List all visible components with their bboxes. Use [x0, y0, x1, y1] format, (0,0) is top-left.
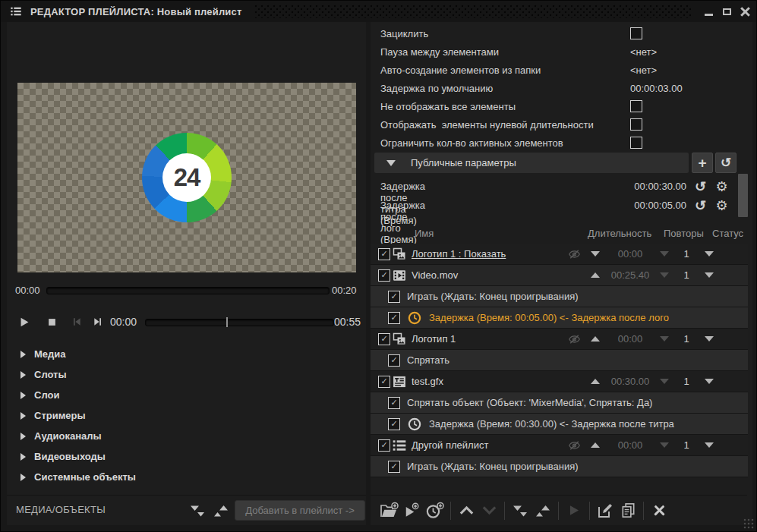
tree-item-audio-channels[interactable]: Аудиоканалы — [7, 426, 366, 446]
duplicate-item-button[interactable] — [617, 500, 639, 521]
close-button[interactable] — [738, 5, 752, 18]
item-name-link[interactable]: Логотип 1 : Показать — [412, 248, 566, 260]
playlist-item-row[interactable]: Другой плейлист 00:00 1 — [371, 435, 748, 456]
expand-all-button[interactable] — [212, 502, 230, 520]
add-delay-action-button[interactable] — [424, 500, 446, 521]
tree-item-video-outputs[interactable]: Видеовыходы — [7, 446, 366, 467]
tree-item-media[interactable]: Медиа — [7, 344, 366, 364]
edit-item-button[interactable] — [594, 500, 617, 521]
skip-to-start-button[interactable] — [68, 313, 85, 330]
default-delay-value[interactable]: 00:00:03.00 — [630, 83, 683, 94]
eye-off-icon[interactable] — [566, 247, 584, 261]
tree-item-layers[interactable]: Слои — [7, 385, 366, 405]
channel-logo: 24 — [142, 133, 232, 222]
playlist-item-row[interactable]: Логотип 1 00:00 1 — [371, 329, 748, 350]
expand-toggle[interactable] — [591, 442, 600, 448]
eye-off-icon[interactable] — [566, 332, 584, 346]
action-checkbox[interactable] — [388, 354, 400, 367]
reset-public-params-button[interactable]: ↺ — [715, 153, 736, 173]
seek-slider[interactable] — [145, 319, 334, 326]
item-checkbox[interactable] — [378, 248, 390, 260]
properties-scrollbar-thumb[interactable] — [738, 174, 748, 217]
collapse-items-button[interactable] — [509, 500, 531, 521]
expand-toggle[interactable] — [591, 379, 600, 384]
item-checkbox[interactable] — [378, 376, 390, 388]
gear-icon[interactable]: ⚙ — [712, 196, 731, 215]
zero-duration-checkbox[interactable] — [630, 118, 642, 131]
playlist-action-row[interactable]: Играть (Ждать: Конец проигрывания) — [371, 286, 748, 307]
public-params-header[interactable]: Публичные параметры — [374, 153, 689, 173]
repeats-dropdown[interactable] — [705, 272, 714, 278]
playlist-item-row[interactable]: Логотип 1 : Показать 00:00 1 — [371, 244, 748, 265]
total-duration: 00:55 — [334, 316, 361, 328]
undo-icon[interactable]: ↺ — [691, 177, 710, 196]
duration-dropdown[interactable] — [660, 379, 669, 384]
repeats-dropdown[interactable] — [705, 379, 714, 384]
titler-icon — [392, 374, 407, 389]
item-checkbox[interactable] — [378, 269, 390, 282]
preview-panel: 24 00:00 00:20 00:00 00:55 Медиа Слоты С… — [7, 22, 366, 525]
loop-checkbox[interactable] — [630, 27, 642, 39]
minimize-button[interactable] — [702, 5, 715, 18]
repeats-dropdown[interactable] — [705, 442, 714, 448]
action-checkbox[interactable] — [388, 291, 400, 303]
tree-item-system-objects[interactable]: Системные объекты — [7, 467, 366, 487]
move-down-button[interactable] — [478, 500, 500, 521]
add-to-playlist-button[interactable]: Добавить в плейлист -> — [235, 500, 365, 521]
playlist-action-row[interactable]: Играть (Ждать: Конец проигрывания) — [371, 456, 748, 477]
titlebar-drag-texture[interactable] — [254, 5, 691, 18]
collapse-all-button[interactable] — [188, 502, 207, 520]
playlist-action-row[interactable]: Задержка (Время: 00:30.00) <- Задержка п… — [371, 414, 748, 435]
playlist-item-row[interactable]: Video.mov 00:25.40 1 — [371, 265, 748, 286]
clock-icon — [407, 417, 422, 432]
expand-toggle[interactable] — [591, 336, 600, 342]
duration-dropdown[interactable] — [660, 336, 669, 342]
hide-all-checkbox[interactable] — [630, 100, 642, 112]
action-checkbox[interactable] — [388, 461, 400, 473]
channel-logo-number: 24 — [162, 153, 211, 202]
add-from-folder-button[interactable] — [378, 500, 401, 521]
play-button[interactable] — [16, 313, 33, 330]
duration-dropdown[interactable] — [660, 442, 669, 448]
pause-value[interactable]: <нет> — [630, 46, 657, 58]
maximize-button[interactable] — [720, 5, 733, 18]
playlist-action-row[interactable]: Спрятать — [371, 350, 748, 371]
undo-icon[interactable]: ↺ — [691, 196, 710, 215]
clip-timeline-slider[interactable] — [46, 287, 330, 294]
duration-dropdown[interactable] — [660, 251, 669, 257]
move-up-button[interactable] — [455, 500, 478, 521]
stop-button[interactable] — [43, 313, 60, 330]
add-play-action-button[interactable] — [401, 500, 424, 521]
expand-items-button[interactable] — [531, 500, 554, 521]
seek-slider-thumb[interactable] — [226, 317, 228, 327]
item-checkbox[interactable] — [378, 439, 390, 452]
action-checkbox[interactable] — [388, 312, 400, 324]
playlist-action-row[interactable]: Задержка (Время: 00:05.00) <- Задержка п… — [371, 307, 748, 329]
add-public-param-button[interactable]: + — [692, 153, 713, 173]
clock-icon — [407, 310, 422, 326]
playlist-item-row[interactable]: test.gfx 00:30.00 1 — [371, 371, 748, 392]
action-checkbox[interactable] — [388, 397, 400, 409]
limit-active-checkbox[interactable] — [630, 137, 642, 149]
eye-off-icon[interactable] — [566, 439, 584, 452]
action-checkbox[interactable] — [388, 418, 400, 430]
gear-icon[interactable]: ⚙ — [712, 177, 731, 196]
expand-toggle[interactable] — [591, 272, 600, 278]
item-checkbox[interactable] — [378, 333, 390, 345]
repeats-dropdown[interactable] — [705, 336, 714, 342]
autocreate-value[interactable]: <нет> — [630, 65, 657, 76]
titre-delay-value[interactable]: 00:00:30.00 — [574, 181, 686, 192]
tree-item-slots[interactable]: Слоты — [7, 364, 366, 385]
expand-toggle[interactable] — [591, 251, 600, 257]
duration-dropdown[interactable] — [660, 272, 669, 278]
logo-delay-value[interactable]: 00:00:05.00 — [574, 200, 686, 211]
delete-item-button[interactable] — [648, 500, 670, 521]
tree-item-streamers[interactable]: Стримеры — [7, 405, 366, 426]
repeats-dropdown[interactable] — [705, 251, 714, 257]
window-resize-grip[interactable] — [743, 518, 754, 529]
skip-to-end-button[interactable] — [90, 313, 106, 330]
start-item-button[interactable] — [563, 500, 585, 521]
expand-arrow-icon — [21, 371, 26, 379]
titlebar: РЕДАКТОР ПЛЕЙЛИСТА: Новый плейлист — [1, 1, 756, 22]
playlist-action-row[interactable]: Спрятать объект (Объект: 'MixerMedia', С… — [371, 392, 748, 414]
